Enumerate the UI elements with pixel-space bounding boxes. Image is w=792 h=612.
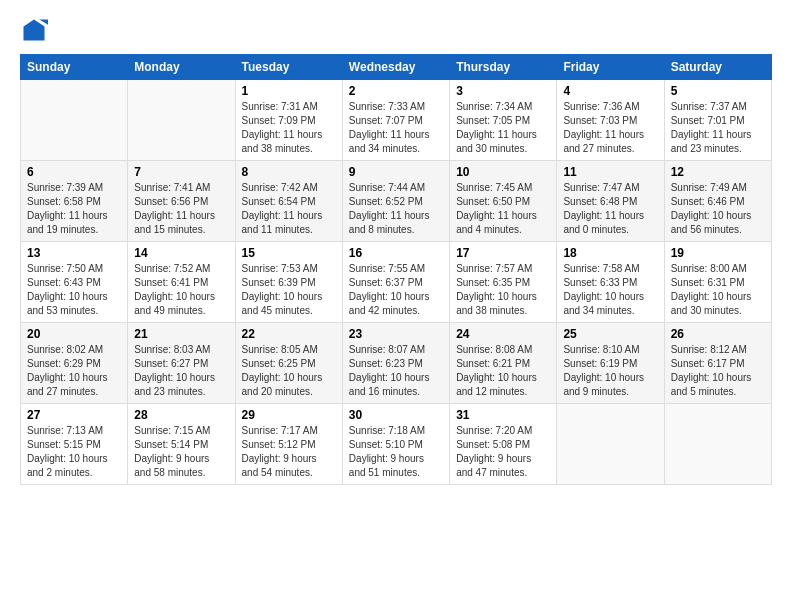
day-info: Sunrise: 8:05 AM Sunset: 6:25 PM Dayligh… xyxy=(242,343,336,399)
day-info: Sunrise: 7:45 AM Sunset: 6:50 PM Dayligh… xyxy=(456,181,550,237)
day-number: 30 xyxy=(349,408,443,422)
calendar-cell: 14Sunrise: 7:52 AM Sunset: 6:41 PM Dayli… xyxy=(128,242,235,323)
calendar-header-tuesday: Tuesday xyxy=(235,55,342,80)
day-number: 27 xyxy=(27,408,121,422)
generalblue-logo-icon xyxy=(20,16,48,44)
day-number: 14 xyxy=(134,246,228,260)
calendar-table: SundayMondayTuesdayWednesdayThursdayFrid… xyxy=(20,54,772,485)
calendar-cell: 23Sunrise: 8:07 AM Sunset: 6:23 PM Dayli… xyxy=(342,323,449,404)
day-info: Sunrise: 7:37 AM Sunset: 7:01 PM Dayligh… xyxy=(671,100,765,156)
calendar-cell: 10Sunrise: 7:45 AM Sunset: 6:50 PM Dayli… xyxy=(450,161,557,242)
calendar-cell: 6Sunrise: 7:39 AM Sunset: 6:58 PM Daylig… xyxy=(21,161,128,242)
day-number: 6 xyxy=(27,165,121,179)
calendar-cell xyxy=(128,80,235,161)
header xyxy=(20,16,772,44)
calendar-cell: 18Sunrise: 7:58 AM Sunset: 6:33 PM Dayli… xyxy=(557,242,664,323)
day-info: Sunrise: 7:20 AM Sunset: 5:08 PM Dayligh… xyxy=(456,424,550,480)
day-info: Sunrise: 7:18 AM Sunset: 5:10 PM Dayligh… xyxy=(349,424,443,480)
day-number: 26 xyxy=(671,327,765,341)
calendar-header-monday: Monday xyxy=(128,55,235,80)
calendar-header-sunday: Sunday xyxy=(21,55,128,80)
day-info: Sunrise: 8:12 AM Sunset: 6:17 PM Dayligh… xyxy=(671,343,765,399)
day-number: 11 xyxy=(563,165,657,179)
calendar-cell: 1Sunrise: 7:31 AM Sunset: 7:09 PM Daylig… xyxy=(235,80,342,161)
day-info: Sunrise: 7:36 AM Sunset: 7:03 PM Dayligh… xyxy=(563,100,657,156)
day-number: 20 xyxy=(27,327,121,341)
day-number: 7 xyxy=(134,165,228,179)
day-info: Sunrise: 8:07 AM Sunset: 6:23 PM Dayligh… xyxy=(349,343,443,399)
day-number: 24 xyxy=(456,327,550,341)
calendar-cell: 26Sunrise: 8:12 AM Sunset: 6:17 PM Dayli… xyxy=(664,323,771,404)
day-number: 19 xyxy=(671,246,765,260)
calendar-cell: 24Sunrise: 8:08 AM Sunset: 6:21 PM Dayli… xyxy=(450,323,557,404)
day-number: 29 xyxy=(242,408,336,422)
calendar-week-row: 20Sunrise: 8:02 AM Sunset: 6:29 PM Dayli… xyxy=(21,323,772,404)
day-number: 9 xyxy=(349,165,443,179)
page: SundayMondayTuesdayWednesdayThursdayFrid… xyxy=(0,0,792,612)
day-info: Sunrise: 7:57 AM Sunset: 6:35 PM Dayligh… xyxy=(456,262,550,318)
day-number: 16 xyxy=(349,246,443,260)
calendar-header-friday: Friday xyxy=(557,55,664,80)
calendar-cell: 5Sunrise: 7:37 AM Sunset: 7:01 PM Daylig… xyxy=(664,80,771,161)
day-number: 8 xyxy=(242,165,336,179)
calendar-week-row: 13Sunrise: 7:50 AM Sunset: 6:43 PM Dayli… xyxy=(21,242,772,323)
day-info: Sunrise: 7:41 AM Sunset: 6:56 PM Dayligh… xyxy=(134,181,228,237)
day-number: 25 xyxy=(563,327,657,341)
calendar-cell xyxy=(664,404,771,485)
day-info: Sunrise: 7:49 AM Sunset: 6:46 PM Dayligh… xyxy=(671,181,765,237)
calendar-cell: 21Sunrise: 8:03 AM Sunset: 6:27 PM Dayli… xyxy=(128,323,235,404)
day-info: Sunrise: 8:00 AM Sunset: 6:31 PM Dayligh… xyxy=(671,262,765,318)
calendar-cell: 2Sunrise: 7:33 AM Sunset: 7:07 PM Daylig… xyxy=(342,80,449,161)
day-info: Sunrise: 7:39 AM Sunset: 6:58 PM Dayligh… xyxy=(27,181,121,237)
calendar-cell: 12Sunrise: 7:49 AM Sunset: 6:46 PM Dayli… xyxy=(664,161,771,242)
calendar-cell: 15Sunrise: 7:53 AM Sunset: 6:39 PM Dayli… xyxy=(235,242,342,323)
day-number: 31 xyxy=(456,408,550,422)
calendar-header-thursday: Thursday xyxy=(450,55,557,80)
day-info: Sunrise: 7:53 AM Sunset: 6:39 PM Dayligh… xyxy=(242,262,336,318)
day-info: Sunrise: 7:33 AM Sunset: 7:07 PM Dayligh… xyxy=(349,100,443,156)
calendar-cell: 16Sunrise: 7:55 AM Sunset: 6:37 PM Dayli… xyxy=(342,242,449,323)
calendar-cell: 13Sunrise: 7:50 AM Sunset: 6:43 PM Dayli… xyxy=(21,242,128,323)
svg-marker-0 xyxy=(24,20,45,41)
day-number: 3 xyxy=(456,84,550,98)
calendar-cell: 9Sunrise: 7:44 AM Sunset: 6:52 PM Daylig… xyxy=(342,161,449,242)
day-info: Sunrise: 7:31 AM Sunset: 7:09 PM Dayligh… xyxy=(242,100,336,156)
day-info: Sunrise: 8:10 AM Sunset: 6:19 PM Dayligh… xyxy=(563,343,657,399)
calendar-header-wednesday: Wednesday xyxy=(342,55,449,80)
day-info: Sunrise: 7:44 AM Sunset: 6:52 PM Dayligh… xyxy=(349,181,443,237)
calendar-cell: 31Sunrise: 7:20 AM Sunset: 5:08 PM Dayli… xyxy=(450,404,557,485)
day-number: 12 xyxy=(671,165,765,179)
day-info: Sunrise: 7:55 AM Sunset: 6:37 PM Dayligh… xyxy=(349,262,443,318)
day-info: Sunrise: 7:13 AM Sunset: 5:15 PM Dayligh… xyxy=(27,424,121,480)
calendar-cell: 11Sunrise: 7:47 AM Sunset: 6:48 PM Dayli… xyxy=(557,161,664,242)
calendar-cell: 25Sunrise: 8:10 AM Sunset: 6:19 PM Dayli… xyxy=(557,323,664,404)
day-number: 18 xyxy=(563,246,657,260)
day-info: Sunrise: 7:50 AM Sunset: 6:43 PM Dayligh… xyxy=(27,262,121,318)
calendar-week-row: 1Sunrise: 7:31 AM Sunset: 7:09 PM Daylig… xyxy=(21,80,772,161)
calendar-week-row: 6Sunrise: 7:39 AM Sunset: 6:58 PM Daylig… xyxy=(21,161,772,242)
day-number: 5 xyxy=(671,84,765,98)
day-number: 22 xyxy=(242,327,336,341)
calendar-cell xyxy=(21,80,128,161)
day-info: Sunrise: 8:02 AM Sunset: 6:29 PM Dayligh… xyxy=(27,343,121,399)
calendar-cell: 20Sunrise: 8:02 AM Sunset: 6:29 PM Dayli… xyxy=(21,323,128,404)
calendar-header-row: SundayMondayTuesdayWednesdayThursdayFrid… xyxy=(21,55,772,80)
calendar-cell: 28Sunrise: 7:15 AM Sunset: 5:14 PM Dayli… xyxy=(128,404,235,485)
day-info: Sunrise: 7:47 AM Sunset: 6:48 PM Dayligh… xyxy=(563,181,657,237)
day-info: Sunrise: 8:08 AM Sunset: 6:21 PM Dayligh… xyxy=(456,343,550,399)
calendar-cell: 22Sunrise: 8:05 AM Sunset: 6:25 PM Dayli… xyxy=(235,323,342,404)
day-number: 28 xyxy=(134,408,228,422)
calendar-header-saturday: Saturday xyxy=(664,55,771,80)
day-info: Sunrise: 7:34 AM Sunset: 7:05 PM Dayligh… xyxy=(456,100,550,156)
calendar-cell: 29Sunrise: 7:17 AM Sunset: 5:12 PM Dayli… xyxy=(235,404,342,485)
day-number: 13 xyxy=(27,246,121,260)
day-number: 17 xyxy=(456,246,550,260)
calendar-cell: 30Sunrise: 7:18 AM Sunset: 5:10 PM Dayli… xyxy=(342,404,449,485)
calendar-cell: 8Sunrise: 7:42 AM Sunset: 6:54 PM Daylig… xyxy=(235,161,342,242)
logo xyxy=(20,16,52,44)
day-number: 15 xyxy=(242,246,336,260)
calendar-cell: 17Sunrise: 7:57 AM Sunset: 6:35 PM Dayli… xyxy=(450,242,557,323)
day-info: Sunrise: 7:17 AM Sunset: 5:12 PM Dayligh… xyxy=(242,424,336,480)
day-info: Sunrise: 7:15 AM Sunset: 5:14 PM Dayligh… xyxy=(134,424,228,480)
day-info: Sunrise: 8:03 AM Sunset: 6:27 PM Dayligh… xyxy=(134,343,228,399)
